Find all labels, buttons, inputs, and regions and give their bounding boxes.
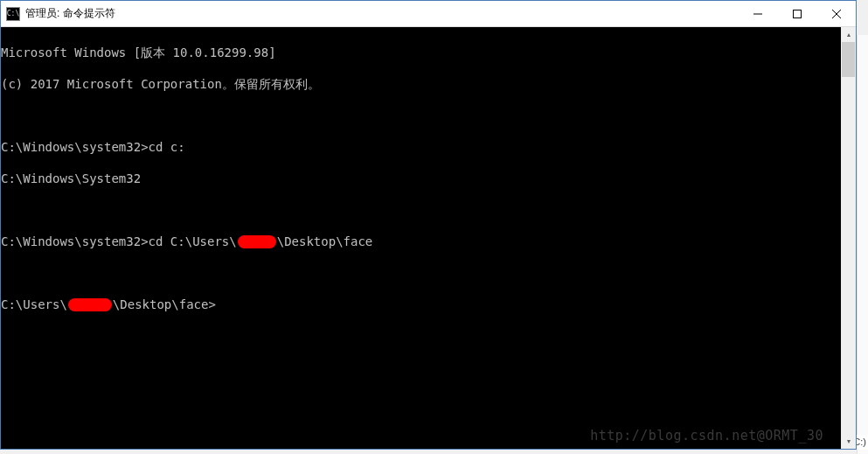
minimize-button[interactable]	[738, 1, 777, 26]
maximize-button[interactable]	[777, 1, 816, 26]
redacted-username	[238, 235, 276, 248]
terminal-line: C:\Windows\system32>cd C:\Users\\Desktop…	[1, 234, 841, 249]
watermark-text: http://blog.csdn.net@ORMT_30	[590, 428, 823, 444]
terminal-line	[1, 202, 841, 218]
command-prompt-window: C:\ 管理员: 命令提示符 Microsoft Windows [版本 10.…	[0, 0, 857, 450]
terminal-line: C:\Windows\System32	[1, 171, 841, 186]
terminal-output[interactable]: Microsoft Windows [版本 10.0.16299.98] (c)…	[1, 27, 841, 449]
minimize-icon	[753, 10, 762, 18]
window-controls	[738, 1, 856, 26]
redacted-username	[68, 298, 112, 311]
terminal-line: Microsoft Windows [版本 10.0.16299.98]	[1, 45, 841, 60]
terminal-line: (c) 2017 Microsoft Corporation。保留所有权利。	[1, 76, 841, 92]
terminal-area: Microsoft Windows [版本 10.0.16299.98] (c)…	[1, 27, 856, 449]
terminal-line	[1, 108, 841, 123]
window-title: 管理员: 命令提示符	[25, 6, 738, 21]
cmd-icon: C:\	[6, 7, 20, 21]
scroll-thumb[interactable]	[842, 42, 855, 77]
vertical-scrollbar[interactable]: ▴ ▾	[841, 27, 856, 449]
titlebar[interactable]: C:\ 管理员: 命令提示符	[1, 1, 856, 27]
maximize-icon	[793, 10, 802, 18]
terminal-line: C:\Windows\system32>cd c:	[1, 139, 841, 155]
background-window-edge	[857, 35, 868, 454]
svg-rect-1	[793, 10, 801, 17]
close-icon	[832, 10, 841, 18]
terminal-prompt-line: C:\Users\\Desktop\face>	[1, 297, 841, 312]
close-button[interactable]	[816, 1, 856, 26]
scroll-down-arrow[interactable]: ▾	[841, 434, 856, 449]
scroll-up-arrow[interactable]: ▴	[841, 27, 856, 42]
terminal-line	[1, 265, 841, 281]
